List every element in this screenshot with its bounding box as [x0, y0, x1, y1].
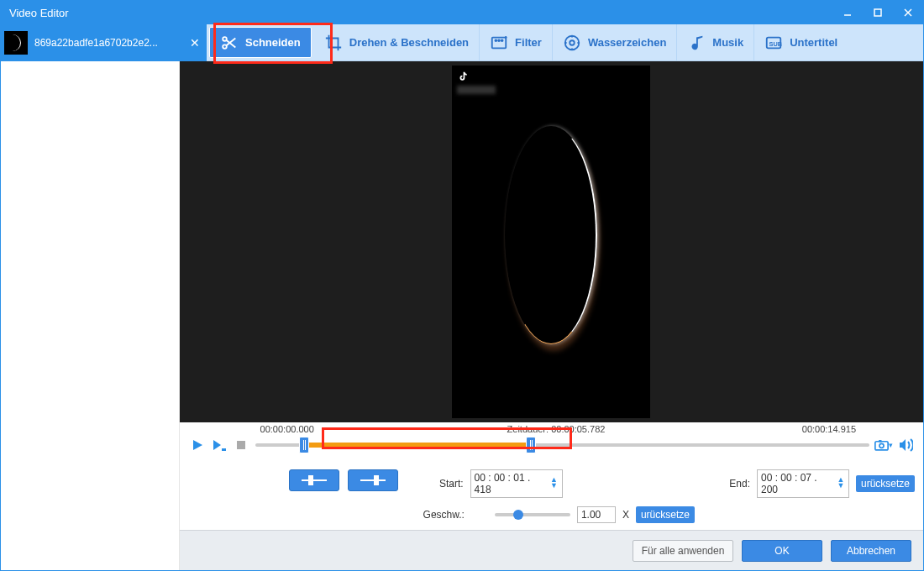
- file-tab[interactable]: 869a22badfe1a6702b2e2... ✕: [1, 24, 207, 61]
- footer: Für alle anwenden OK Abbrechen: [180, 530, 923, 570]
- speed-suffix: X: [622, 509, 629, 521]
- cancel-button[interactable]: Abbrechen: [831, 540, 911, 562]
- set-end-button[interactable]: [348, 469, 398, 491]
- end-spinner[interactable]: ▲▼: [837, 478, 845, 490]
- tab-schneiden[interactable]: Schneiden: [209, 27, 312, 58]
- tab-label: Untertitel: [790, 36, 837, 49]
- tab-label: Drehen & Beschneiden: [349, 36, 469, 49]
- tab-musik[interactable]: Musik: [677, 24, 754, 60]
- svg-point-19: [879, 443, 884, 448]
- svg-rect-24: [374, 475, 379, 485]
- trim-handle-start[interactable]: [299, 437, 309, 453]
- start-spinner[interactable]: ▲▼: [550, 478, 559, 490]
- title-bar: Video Editor: [1, 1, 923, 24]
- tiktok-watermark: [457, 71, 472, 82]
- body: 00:00:00.000 Zeitdauer: 00:00:05.782 00:…: [1, 61, 923, 570]
- tab-untertitel[interactable]: SUB Untertitel: [754, 24, 848, 60]
- track-selection: [304, 443, 531, 448]
- file-name: 869a22badfe1a6702b2e2...: [34, 37, 185, 49]
- speed-value-input[interactable]: 1.00: [577, 506, 616, 523]
- music-note-icon: [687, 34, 706, 52]
- close-button[interactable]: [893, 1, 923, 24]
- tab-label: Filter: [515, 36, 542, 49]
- filter-icon: [490, 34, 508, 52]
- start-time-input[interactable]: 00 : 00 : 01 . 418 ▲▼: [470, 469, 563, 498]
- timeline-labels: 00:00:00.000 Zeitdauer: 00:00:05.782 00:…: [188, 424, 915, 436]
- play-button[interactable]: [188, 436, 207, 454]
- volume-button[interactable]: [896, 436, 915, 454]
- svg-point-9: [495, 39, 496, 41]
- video-content-crescent: [505, 126, 597, 344]
- apply-all-button[interactable]: Für alle anwenden: [633, 540, 733, 562]
- video-preview: [180, 61, 923, 422]
- video-frame: [452, 65, 650, 418]
- scissors-icon: [220, 34, 239, 52]
- minimize-button[interactable]: [832, 1, 863, 24]
- speed-label: Geschw.:: [423, 509, 465, 521]
- timeline-panel: 00:00:00.000 Zeitdauer: 00:00:05.782 00:…: [180, 422, 923, 459]
- ok-button[interactable]: OK: [742, 540, 822, 562]
- play-step-button[interactable]: [210, 436, 228, 454]
- start-label: Start:: [423, 478, 464, 490]
- right-timeline-controls: ▾: [874, 436, 915, 454]
- tab-label: Musik: [712, 36, 743, 49]
- tiktok-username-blur: [457, 86, 496, 94]
- set-start-button[interactable]: [289, 469, 339, 491]
- crop-rotate-icon: [324, 34, 343, 52]
- snapshot-button[interactable]: ▾: [874, 436, 893, 454]
- maximize-button[interactable]: [863, 1, 893, 24]
- tab-label: Wasserzeichen: [588, 36, 666, 49]
- end-column: End: 00 : 00 : 07 . 200 ▲▼ urücksetze: [710, 469, 915, 498]
- timeline-row: ▾: [188, 436, 915, 454]
- svg-rect-22: [308, 475, 313, 485]
- tab-filter[interactable]: Filter: [480, 24, 553, 60]
- time-fields: Start: 00 : 00 : 01 . 418 ▲▼ Geschw.: 1.…: [423, 469, 695, 523]
- trim-split-buttons: [289, 469, 398, 491]
- file-thumbnail: [4, 31, 28, 55]
- svg-point-12: [565, 35, 580, 50]
- watermark-icon: [563, 34, 581, 52]
- svg-point-5: [223, 45, 227, 49]
- timeline-end-time: 00:00:14.915: [802, 424, 856, 434]
- svg-rect-18: [875, 442, 888, 450]
- end-time-input[interactable]: 00 : 00 : 07 . 200 ▲▼: [757, 469, 849, 498]
- subtitle-icon: SUB: [764, 34, 783, 52]
- tiktok-icon: [457, 71, 469, 82]
- svg-text:SUB: SUB: [769, 39, 782, 47]
- playback-controls: [188, 436, 250, 454]
- file-tab-close-icon[interactable]: ✕: [190, 36, 200, 50]
- svg-rect-16: [222, 448, 226, 451]
- svg-point-13: [570, 40, 575, 45]
- timeline-start-time: 00:00:00.000: [260, 424, 314, 434]
- toolbar: 869a22badfe1a6702b2e2... ✕ Schneiden Dre…: [1, 24, 923, 61]
- timeline-duration: Zeitdauer: 00:00:05.782: [507, 424, 606, 434]
- tab-label: Schneiden: [245, 36, 301, 49]
- app-window: Video Editor 869a22badfe1a6702b2e2... ✕ …: [0, 0, 924, 571]
- svg-point-10: [498, 39, 500, 41]
- speed-slider[interactable]: [495, 513, 570, 516]
- svg-point-11: [501, 39, 503, 41]
- trim-controls: Start: 00 : 00 : 01 . 418 ▲▼ Geschw.: 1.…: [180, 459, 923, 530]
- speed-slider-thumb[interactable]: [513, 510, 523, 520]
- timeline-track[interactable]: [255, 438, 869, 452]
- tab-drehen[interactable]: Drehen & Beschneiden: [314, 24, 480, 60]
- tab-wasserzeichen[interactable]: Wasserzeichen: [553, 24, 677, 60]
- svg-rect-1: [874, 9, 881, 16]
- time-reset-button[interactable]: urücksetze: [856, 475, 915, 492]
- svg-point-4: [223, 37, 227, 41]
- sidebar: [1, 61, 180, 570]
- window-title: Video Editor: [9, 7, 832, 19]
- svg-rect-20: [879, 440, 881, 443]
- end-label: End:: [710, 478, 750, 490]
- trim-handle-end[interactable]: [526, 437, 536, 453]
- speed-reset-button[interactable]: urücksetze: [636, 506, 695, 523]
- stop-button[interactable]: [232, 436, 250, 454]
- main-panel: 00:00:00.000 Zeitdauer: 00:00:05.782 00:…: [180, 61, 923, 570]
- svg-rect-17: [237, 441, 245, 449]
